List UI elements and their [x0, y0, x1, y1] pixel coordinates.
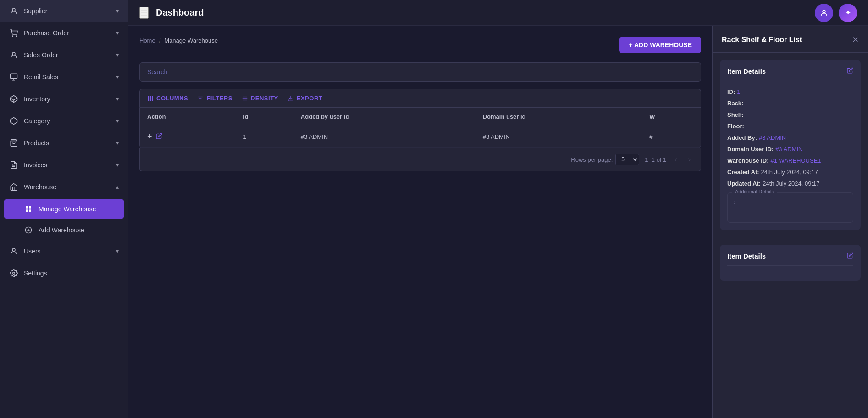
detail-updated-at: Updated At: 24th July 2024, 09:17: [727, 180, 853, 187]
sidebar: Supplier ▾ Purchase Order ▾ Sales Order …: [0, 0, 128, 418]
supplier-icon: [9, 6, 18, 16]
invoices-icon: [9, 160, 18, 170]
added-by-cell: #3 ADMIN: [293, 126, 475, 148]
search-input[interactable]: [139, 62, 701, 82]
sidebar-item-label: Purchase Order: [24, 29, 69, 37]
magic-button[interactable]: ✦: [839, 4, 857, 22]
export-button[interactable]: EXPORT: [287, 95, 322, 102]
rows-per-page-select[interactable]: 5 10 25 50: [615, 154, 639, 165]
detail-warehouse-id: Warehouse ID: #1 WAREHOUSE1: [727, 157, 853, 164]
add-warehouse-label: Add Warehouse: [39, 226, 84, 234]
sidebar-sub-item-manage-warehouse[interactable]: Manage Warehouse: [4, 199, 124, 219]
detail-created-at-label: Created At:: [727, 169, 759, 176]
svg-rect-4: [11, 74, 17, 79]
sidebar-item-inventory[interactable]: Inventory ▾: [0, 88, 128, 110]
content-area: Home / Manage Warehouse + ADD WAREHOUSE …: [128, 26, 868, 418]
sidebar-item-settings[interactable]: Settings: [0, 262, 128, 284]
item-details-card-1: Item Details ID: 1 Rack: Shelf:: [720, 60, 861, 230]
sidebar-item-label: Supplier: [24, 7, 47, 15]
sidebar-item-invoices[interactable]: Invoices ▾: [0, 154, 128, 176]
chevron-down-icon: ▾: [116, 96, 119, 102]
svg-marker-7: [11, 118, 17, 125]
density-label: DENSITY: [251, 95, 278, 102]
breadcrumb-home[interactable]: Home: [139, 37, 155, 44]
svg-rect-13: [29, 209, 31, 212]
svg-rect-14: [26, 209, 28, 212]
breadcrumb-current: Manage Warehouse: [164, 37, 218, 44]
item-details-edit-button-2[interactable]: [847, 252, 853, 260]
purchase-order-icon: [9, 28, 18, 38]
grid-icon: [24, 204, 33, 214]
detail-domain-user-id-value: #3 ADMIN: [775, 146, 802, 153]
sidebar-item-label: Users: [24, 248, 41, 255]
item-details-title: Item Details: [727, 67, 766, 75]
rows-per-page-label: Rows per page:: [571, 156, 613, 163]
sidebar-item-retail-sales[interactable]: Retail Sales ▾: [0, 66, 128, 88]
topbar: ☰ Dashboard ✦: [128, 0, 868, 26]
svg-rect-22: [150, 96, 151, 101]
breadcrumb: Home / Manage Warehouse: [139, 37, 218, 44]
action-cell: +: [140, 126, 236, 148]
sidebar-item-users[interactable]: Users ▾: [0, 240, 128, 262]
item-details-header-2: Item Details: [727, 252, 853, 266]
sidebar-item-products[interactable]: Products ▾: [0, 132, 128, 154]
detail-id-label: ID:: [727, 88, 735, 95]
sidebar-item-supplier[interactable]: Supplier ▾: [0, 0, 128, 22]
settings-icon: [9, 269, 18, 278]
svg-point-0: [12, 8, 15, 11]
users-icon: [9, 247, 18, 256]
detail-domain-user-id: Domain User ID: #3 ADMIN: [727, 146, 853, 153]
chevron-down-icon: ▾: [116, 248, 119, 254]
detail-floor-label: Floor:: [727, 123, 744, 130]
filters-button[interactable]: FILTERS: [197, 95, 232, 102]
edit-row-button[interactable]: [156, 133, 162, 141]
svg-point-20: [823, 10, 825, 13]
table-toolbar: COLUMNS FILTERS DENSITY EXPORT: [139, 89, 701, 107]
sidebar-item-warehouse[interactable]: Warehouse ▴: [0, 176, 128, 198]
sidebar-item-label: Inventory: [24, 95, 50, 103]
chevron-down-icon: ▾: [116, 74, 119, 80]
id-cell: 1: [236, 126, 293, 148]
svg-point-18: [12, 248, 15, 251]
density-button[interactable]: DENSITY: [242, 95, 278, 102]
item-details-edit-button[interactable]: [847, 67, 853, 75]
col-action: Action: [140, 108, 236, 126]
svg-rect-21: [148, 96, 149, 101]
page-range: 1–1 of 1: [645, 156, 666, 163]
sidebar-item-category[interactable]: Category ▾: [0, 110, 128, 132]
category-icon: [9, 116, 18, 126]
detail-updated-at-label: Updated At:: [727, 180, 761, 187]
page-title: Dashboard: [156, 7, 204, 18]
chevron-down-icon: ▾: [116, 30, 119, 36]
detail-added-by-value: #3 ADMIN: [759, 134, 786, 141]
prev-page-button[interactable]: ‹: [672, 154, 680, 165]
right-panel: Rack Shelf & Floor List ✕ Item Details I…: [712, 26, 868, 418]
additional-details-content: :: [733, 198, 847, 217]
detail-floor: Floor:: [727, 123, 853, 130]
add-warehouse-button[interactable]: + ADD WAREHOUSE: [619, 37, 701, 53]
sidebar-item-label: Sales Order: [24, 51, 58, 59]
sidebar-sub-item-add-warehouse[interactable]: Add Warehouse: [0, 220, 128, 240]
export-label: EXPORT: [297, 95, 322, 102]
user-avatar-button[interactable]: [815, 4, 833, 22]
columns-label: COLUMNS: [156, 95, 188, 102]
menu-toggle-button[interactable]: ☰: [139, 7, 149, 19]
detail-shelf: Shelf:: [727, 111, 853, 118]
rows-per-page-control: Rows per page: 5 10 25 50: [571, 154, 639, 165]
add-row-button[interactable]: +: [147, 132, 152, 141]
panel-title: Rack Shelf & Floor List: [722, 36, 802, 44]
columns-button[interactable]: COLUMNS: [147, 95, 188, 102]
panel-close-button[interactable]: ✕: [852, 35, 859, 45]
topbar-left: ☰ Dashboard: [139, 7, 204, 19]
detail-created-at: Created At: 24th July 2024, 09:17: [727, 169, 853, 176]
domain-user-cell: #3 ADMIN: [475, 126, 642, 148]
retail-sales-icon: [9, 72, 18, 82]
detail-warehouse-id-value: #1 WAREHOUSE1: [771, 157, 821, 164]
next-page-button[interactable]: ›: [686, 154, 693, 165]
sidebar-item-sales-order[interactable]: Sales Order ▾: [0, 44, 128, 66]
main-content: ☰ Dashboard ✦ Home / Manage Warehouse + …: [128, 0, 868, 418]
col-added-by-user-id: Added by user id: [293, 108, 475, 126]
sidebar-item-purchase-order[interactable]: Purchase Order ▾: [0, 22, 128, 44]
col-w: W: [642, 108, 701, 126]
manage-warehouse-label: Manage Warehouse: [39, 205, 96, 213]
